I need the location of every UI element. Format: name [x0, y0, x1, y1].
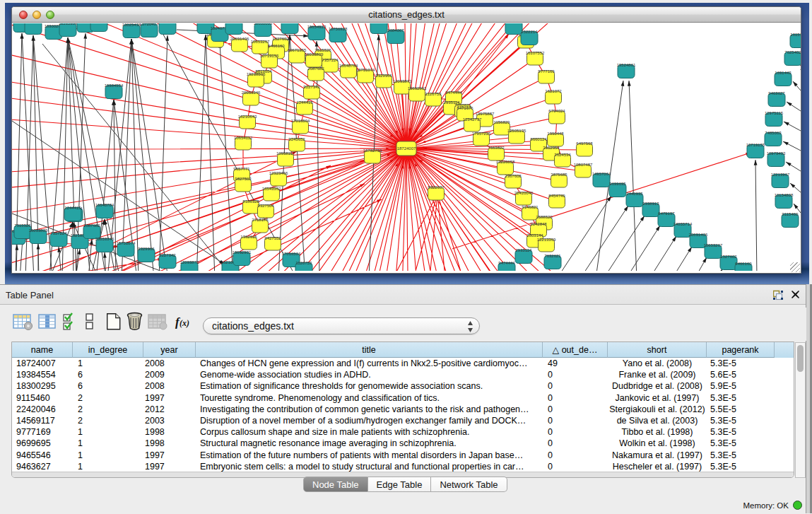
- svg-text:19692901: 19692901: [408, 86, 427, 90]
- svg-text:8471676: 8471676: [457, 106, 473, 110]
- svg-text:2935114: 2935114: [516, 248, 533, 252]
- svg-text:16782759: 16782759: [363, 148, 382, 153]
- svg-text:9146821: 9146821: [522, 205, 539, 209]
- svg-text:8322037: 8322037: [428, 185, 445, 189]
- svg-text:12093873: 12093873: [393, 79, 412, 83]
- svg-text:1126753: 1126753: [425, 92, 442, 96]
- svg-text:9657771: 9657771: [233, 167, 250, 171]
- svg-text:10719155: 10719155: [260, 54, 279, 58]
- svg-text:6794024: 6794024: [548, 109, 565, 113]
- svg-text:19654923: 19654923: [307, 25, 326, 29]
- svg-text:9474444: 9474444: [498, 261, 515, 265]
- svg-text:17016504: 17016504: [282, 252, 301, 256]
- svg-text:8454749: 8454749: [548, 194, 565, 198]
- svg-text:1588520: 1588520: [536, 215, 553, 219]
- svg-text:1990448: 1990448: [547, 132, 564, 136]
- svg-text:9329966: 9329966: [138, 247, 155, 251]
- svg-text:7515526: 7515526: [14, 223, 31, 228]
- svg-text:3624534: 3624534: [554, 153, 571, 157]
- svg-text:9115460: 9115460: [782, 212, 799, 216]
- svg-text:9699695: 9699695: [609, 182, 626, 186]
- svg-text:20691406: 20691406: [230, 37, 249, 41]
- svg-text:1244415: 1244415: [296, 100, 313, 105]
- svg-text:6466160: 6466160: [268, 44, 285, 48]
- svg-text:10654112: 10654112: [234, 136, 253, 140]
- svg-text:16210643: 16210643: [238, 115, 257, 119]
- svg-text:2087682: 2087682: [83, 223, 100, 228]
- svg-text:7357224: 7357224: [50, 231, 67, 235]
- svg-text:20691406: 20691406: [689, 233, 708, 237]
- svg-text:1362615: 1362615: [240, 235, 257, 239]
- svg-text:1621072: 1621072: [545, 89, 562, 93]
- svg-text:10688609: 10688609: [254, 23, 273, 25]
- svg-text:10154808: 10154808: [775, 193, 794, 197]
- svg-text:20053346: 20053346: [242, 90, 261, 95]
- svg-text:7485063: 7485063: [765, 131, 782, 135]
- svg-text:6497568: 6497568: [576, 141, 593, 146]
- svg-text:2087682: 2087682: [307, 66, 324, 71]
- svg-text:10973493: 10973493: [767, 151, 786, 156]
- svg-text:17016504: 17016504: [291, 119, 310, 123]
- svg-text:16543362: 16543362: [262, 187, 281, 191]
- svg-text:12505135: 12505135: [507, 129, 526, 133]
- svg-text:14957064: 14957064: [592, 172, 611, 176]
- svg-text:9227342: 9227342: [159, 253, 176, 257]
- svg-text:10958117: 10958117: [276, 151, 295, 156]
- svg-text:13226058: 13226058: [496, 160, 515, 164]
- svg-text:7632621: 7632621: [544, 254, 561, 258]
- svg-text:16107552: 16107552: [526, 51, 545, 55]
- svg-text:13535984: 13535984: [59, 23, 78, 25]
- svg-text:9227342: 9227342: [303, 85, 320, 89]
- svg-text:9427552: 9427552: [264, 236, 281, 240]
- svg-text:12323466: 12323466: [269, 171, 288, 175]
- svg-text:1244415: 1244415: [64, 206, 81, 210]
- svg-text:18724007: 18724007: [397, 146, 416, 151]
- svg-text:12213967: 12213967: [771, 173, 790, 177]
- svg-text:10756928: 10756928: [329, 27, 348, 31]
- svg-text:8660124: 8660124: [530, 137, 547, 141]
- svg-text:14055714: 14055714: [673, 222, 693, 226]
- svg-text:9474444: 9474444: [445, 90, 462, 95]
- svg-text:15751074: 15751074: [117, 241, 136, 245]
- svg-text:1440935: 1440935: [626, 192, 643, 196]
- svg-text:9327504: 9327504: [257, 204, 274, 208]
- svg-text:1126753: 1126753: [296, 261, 313, 265]
- svg-text:22420046: 22420046: [514, 191, 534, 195]
- svg-text:7663822: 7663822: [488, 146, 505, 150]
- svg-text:1527602: 1527602: [272, 37, 289, 41]
- svg-text:12213369: 12213369: [537, 238, 556, 242]
- svg-text:9777169: 9777169: [538, 69, 555, 74]
- svg-text:9827503: 9827503: [235, 177, 252, 181]
- svg-text:10653267: 10653267: [704, 243, 723, 247]
- svg-text:16648784: 16648784: [95, 203, 114, 207]
- svg-text:2718176: 2718176: [252, 218, 269, 222]
- svg-text:9329966: 9329966: [375, 74, 392, 78]
- svg-text:15720407: 15720407: [140, 23, 159, 26]
- svg-text:10025438: 10025438: [122, 23, 141, 27]
- svg-text:10653267: 10653267: [251, 40, 270, 44]
- svg-text:12975115: 12975115: [765, 111, 784, 115]
- svg-text:20053346: 20053346: [95, 237, 114, 241]
- svg-text:16033809: 16033809: [29, 228, 48, 233]
- svg-text:9463627: 9463627: [768, 91, 785, 95]
- svg-text:1156829: 1156829: [494, 120, 511, 124]
- svg-text:6479197: 6479197: [658, 211, 675, 216]
- svg-text:9245652: 9245652: [288, 137, 305, 141]
- svg-text:16033809: 16033809: [305, 52, 324, 57]
- svg-text:9242848: 9242848: [530, 222, 547, 226]
- svg-text:7625402: 7625402: [784, 50, 801, 54]
- svg-text:17957225: 17957225: [472, 132, 491, 136]
- svg-text:19218506: 19218506: [247, 72, 266, 76]
- svg-text:2367608: 2367608: [505, 174, 522, 178]
- svg-text:12342737: 12342737: [463, 117, 482, 122]
- svg-text:9684067: 9684067: [387, 28, 404, 33]
- svg-text:3875685: 3875685: [551, 173, 567, 177]
- svg-text:19384554: 19384554: [105, 83, 124, 88]
- svg-text:19524861: 19524861: [617, 63, 636, 67]
- svg-text:13975887: 13975887: [476, 112, 495, 116]
- svg-text:1691443: 1691443: [775, 71, 792, 75]
- svg-text:1615132: 1615132: [790, 33, 801, 37]
- svg-text:10719155: 10719155: [746, 143, 765, 147]
- svg-text:19692901: 19692901: [233, 250, 252, 255]
- svg-text:6466160: 6466160: [735, 262, 752, 266]
